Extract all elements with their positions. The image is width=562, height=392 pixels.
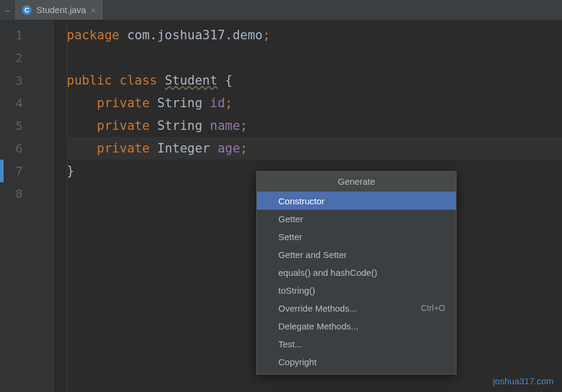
code-line: package com.joshua317.demo; (67, 24, 562, 46)
menu-item-copyright[interactable]: Copyright (257, 353, 456, 371)
menu-item-getter[interactable]: Getter (257, 210, 456, 228)
guide-line (67, 20, 67, 392)
keyword: package (67, 28, 120, 42)
line-number: 3 (0, 69, 53, 92)
menu-item-label: toString() (278, 285, 315, 295)
line-number: 1 (0, 24, 53, 46)
menu-item-label: Setter (278, 232, 302, 242)
menu-item-test[interactable]: Test... (257, 335, 456, 353)
field: id (210, 96, 225, 110)
java-class-icon: C (22, 5, 32, 15)
menu-item-label: Delegate Methods... (278, 321, 358, 331)
tab-filename: Student.java (36, 5, 86, 15)
menu-item-getter-setter[interactable]: Getter and Setter (257, 245, 456, 263)
semicolon: ; (240, 141, 248, 155)
class-name: Student (164, 73, 218, 88)
line-number: 2 (0, 46, 53, 69)
field: age (218, 141, 240, 155)
code-line (67, 46, 562, 69)
line-number: 6 (0, 137, 53, 160)
gutter: 1 2 3 4 5 6 7 8 (0, 20, 54, 392)
keyword: public (67, 73, 112, 88)
menu-item-override[interactable]: Override Methods... Ctrl+O (257, 299, 456, 317)
menu-item-label: Override Methods... (278, 303, 357, 313)
identifier: com.joshua317.demo (120, 28, 263, 42)
editor-tab[interactable]: C Student.java × (15, 0, 104, 20)
semicolon: ; (263, 28, 271, 42)
menu-item-equals-hashcode[interactable]: equals() and hashCode() (257, 263, 456, 281)
type: String (150, 96, 210, 110)
code-line: public class Student { (67, 69, 562, 92)
close-icon[interactable]: × (91, 5, 95, 15)
code-line: private String id; (67, 92, 562, 114)
menu-item-label: Constructor (278, 196, 325, 206)
menu-item-label: Getter and Setter (278, 250, 347, 260)
line-number: 7 (0, 160, 53, 182)
semicolon: ; (240, 119, 248, 133)
line-number: 4 (0, 92, 53, 114)
popup-title: Generate (257, 172, 456, 192)
menu-item-label: equals() and hashCode() (278, 267, 377, 278)
line-number: 5 (0, 114, 53, 137)
menu-item-label: Copyright (278, 357, 316, 367)
keyword: class (120, 73, 157, 88)
code-line-current: private Integer age; (67, 137, 562, 160)
indent (67, 141, 97, 155)
menu-item-shortcut: Ctrl+O (421, 303, 445, 313)
brace: { (218, 73, 232, 88)
watermark: joshua317.com (493, 376, 554, 386)
type: String (150, 119, 210, 133)
line-number: 8 (0, 182, 53, 205)
menu-item-label: Getter (278, 214, 303, 224)
field: name (210, 119, 240, 133)
tab-lead: — (0, 0, 15, 20)
menu-item-label: Test... (278, 339, 302, 349)
brace: } (67, 164, 74, 178)
indent (67, 96, 97, 110)
keyword: private (97, 141, 150, 155)
menu-item-constructor[interactable]: Constructor (257, 192, 456, 210)
indent (67, 119, 97, 133)
generate-popup: Generate Constructor Getter Setter Gette… (256, 171, 457, 375)
menu-item-delegate[interactable]: Delegate Methods... (257, 317, 456, 335)
menu-item-tostring[interactable]: toString() (257, 281, 456, 299)
popup-list: Constructor Getter Setter Getter and Set… (257, 192, 456, 374)
type: Integer (150, 141, 218, 155)
code-line: private String name; (67, 114, 562, 137)
tab-bar: — C Student.java × (0, 0, 562, 20)
semicolon: ; (225, 96, 233, 110)
menu-item-setter[interactable]: Setter (257, 228, 456, 245)
keyword: private (97, 96, 150, 110)
keyword: private (97, 119, 150, 133)
